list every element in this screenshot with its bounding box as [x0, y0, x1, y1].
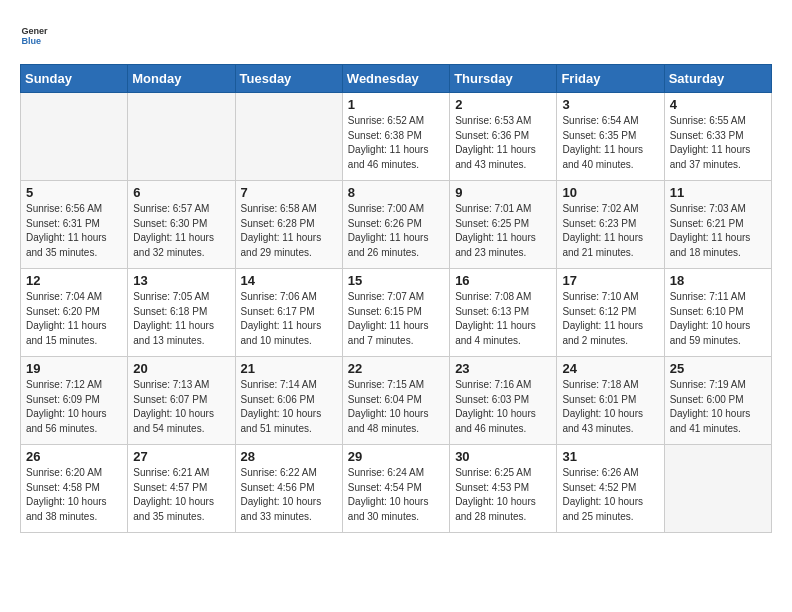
day-info: Sunrise: 6:57 AM Sunset: 6:30 PM Dayligh…	[133, 202, 229, 260]
day-number: 5	[26, 185, 122, 200]
day-info: Sunrise: 7:11 AM Sunset: 6:10 PM Dayligh…	[670, 290, 766, 348]
calendar-cell: 26Sunrise: 6:20 AM Sunset: 4:58 PM Dayli…	[21, 445, 128, 533]
weekday-header-friday: Friday	[557, 65, 664, 93]
calendar-cell: 11Sunrise: 7:03 AM Sunset: 6:21 PM Dayli…	[664, 181, 771, 269]
calendar-cell: 13Sunrise: 7:05 AM Sunset: 6:18 PM Dayli…	[128, 269, 235, 357]
day-number: 2	[455, 97, 551, 112]
calendar-cell: 16Sunrise: 7:08 AM Sunset: 6:13 PM Dayli…	[450, 269, 557, 357]
day-number: 14	[241, 273, 337, 288]
logo-icon: General Blue	[20, 20, 48, 48]
day-info: Sunrise: 7:05 AM Sunset: 6:18 PM Dayligh…	[133, 290, 229, 348]
calendar-cell: 7Sunrise: 6:58 AM Sunset: 6:28 PM Daylig…	[235, 181, 342, 269]
day-number: 16	[455, 273, 551, 288]
svg-text:Blue: Blue	[21, 36, 41, 46]
day-number: 29	[348, 449, 444, 464]
day-number: 3	[562, 97, 658, 112]
day-info: Sunrise: 7:08 AM Sunset: 6:13 PM Dayligh…	[455, 290, 551, 348]
day-info: Sunrise: 7:14 AM Sunset: 6:06 PM Dayligh…	[241, 378, 337, 436]
calendar-week-row: 26Sunrise: 6:20 AM Sunset: 4:58 PM Dayli…	[21, 445, 772, 533]
calendar-cell: 30Sunrise: 6:25 AM Sunset: 4:53 PM Dayli…	[450, 445, 557, 533]
day-info: Sunrise: 7:06 AM Sunset: 6:17 PM Dayligh…	[241, 290, 337, 348]
day-number: 4	[670, 97, 766, 112]
calendar-cell: 18Sunrise: 7:11 AM Sunset: 6:10 PM Dayli…	[664, 269, 771, 357]
day-number: 25	[670, 361, 766, 376]
calendar-week-row: 19Sunrise: 7:12 AM Sunset: 6:09 PM Dayli…	[21, 357, 772, 445]
calendar-cell	[21, 93, 128, 181]
calendar-cell: 9Sunrise: 7:01 AM Sunset: 6:25 PM Daylig…	[450, 181, 557, 269]
calendar-cell: 8Sunrise: 7:00 AM Sunset: 6:26 PM Daylig…	[342, 181, 449, 269]
day-number: 11	[670, 185, 766, 200]
day-info: Sunrise: 6:58 AM Sunset: 6:28 PM Dayligh…	[241, 202, 337, 260]
calendar-cell	[128, 93, 235, 181]
day-info: Sunrise: 6:54 AM Sunset: 6:35 PM Dayligh…	[562, 114, 658, 172]
day-info: Sunrise: 6:20 AM Sunset: 4:58 PM Dayligh…	[26, 466, 122, 524]
calendar-week-row: 1Sunrise: 6:52 AM Sunset: 6:38 PM Daylig…	[21, 93, 772, 181]
calendar-cell: 17Sunrise: 7:10 AM Sunset: 6:12 PM Dayli…	[557, 269, 664, 357]
calendar-cell	[235, 93, 342, 181]
calendar-table: SundayMondayTuesdayWednesdayThursdayFrid…	[20, 64, 772, 533]
calendar-week-row: 12Sunrise: 7:04 AM Sunset: 6:20 PM Dayli…	[21, 269, 772, 357]
calendar-cell: 12Sunrise: 7:04 AM Sunset: 6:20 PM Dayli…	[21, 269, 128, 357]
day-info: Sunrise: 6:22 AM Sunset: 4:56 PM Dayligh…	[241, 466, 337, 524]
day-info: Sunrise: 6:24 AM Sunset: 4:54 PM Dayligh…	[348, 466, 444, 524]
calendar-cell: 5Sunrise: 6:56 AM Sunset: 6:31 PM Daylig…	[21, 181, 128, 269]
day-info: Sunrise: 7:03 AM Sunset: 6:21 PM Dayligh…	[670, 202, 766, 260]
day-number: 12	[26, 273, 122, 288]
day-number: 24	[562, 361, 658, 376]
calendar-cell: 28Sunrise: 6:22 AM Sunset: 4:56 PM Dayli…	[235, 445, 342, 533]
day-number: 20	[133, 361, 229, 376]
calendar-cell: 4Sunrise: 6:55 AM Sunset: 6:33 PM Daylig…	[664, 93, 771, 181]
calendar-cell: 1Sunrise: 6:52 AM Sunset: 6:38 PM Daylig…	[342, 93, 449, 181]
day-info: Sunrise: 6:52 AM Sunset: 6:38 PM Dayligh…	[348, 114, 444, 172]
svg-text:General: General	[21, 26, 48, 36]
day-info: Sunrise: 6:21 AM Sunset: 4:57 PM Dayligh…	[133, 466, 229, 524]
day-info: Sunrise: 7:18 AM Sunset: 6:01 PM Dayligh…	[562, 378, 658, 436]
weekday-header-tuesday: Tuesday	[235, 65, 342, 93]
calendar-cell: 20Sunrise: 7:13 AM Sunset: 6:07 PM Dayli…	[128, 357, 235, 445]
weekday-header-saturday: Saturday	[664, 65, 771, 93]
day-info: Sunrise: 6:26 AM Sunset: 4:52 PM Dayligh…	[562, 466, 658, 524]
weekday-header-row: SundayMondayTuesdayWednesdayThursdayFrid…	[21, 65, 772, 93]
calendar-cell: 27Sunrise: 6:21 AM Sunset: 4:57 PM Dayli…	[128, 445, 235, 533]
day-number: 9	[455, 185, 551, 200]
weekday-header-sunday: Sunday	[21, 65, 128, 93]
day-number: 21	[241, 361, 337, 376]
calendar-cell	[664, 445, 771, 533]
day-info: Sunrise: 7:19 AM Sunset: 6:00 PM Dayligh…	[670, 378, 766, 436]
day-number: 19	[26, 361, 122, 376]
calendar-cell: 3Sunrise: 6:54 AM Sunset: 6:35 PM Daylig…	[557, 93, 664, 181]
day-info: Sunrise: 7:10 AM Sunset: 6:12 PM Dayligh…	[562, 290, 658, 348]
calendar-cell: 15Sunrise: 7:07 AM Sunset: 6:15 PM Dayli…	[342, 269, 449, 357]
day-number: 31	[562, 449, 658, 464]
day-number: 6	[133, 185, 229, 200]
calendar-cell: 19Sunrise: 7:12 AM Sunset: 6:09 PM Dayli…	[21, 357, 128, 445]
day-number: 28	[241, 449, 337, 464]
calendar-cell: 23Sunrise: 7:16 AM Sunset: 6:03 PM Dayli…	[450, 357, 557, 445]
day-info: Sunrise: 7:00 AM Sunset: 6:26 PM Dayligh…	[348, 202, 444, 260]
calendar-cell: 21Sunrise: 7:14 AM Sunset: 6:06 PM Dayli…	[235, 357, 342, 445]
calendar-cell: 14Sunrise: 7:06 AM Sunset: 6:17 PM Dayli…	[235, 269, 342, 357]
day-info: Sunrise: 6:25 AM Sunset: 4:53 PM Dayligh…	[455, 466, 551, 524]
day-number: 13	[133, 273, 229, 288]
day-number: 10	[562, 185, 658, 200]
day-number: 15	[348, 273, 444, 288]
calendar-cell: 24Sunrise: 7:18 AM Sunset: 6:01 PM Dayli…	[557, 357, 664, 445]
day-info: Sunrise: 7:01 AM Sunset: 6:25 PM Dayligh…	[455, 202, 551, 260]
day-number: 8	[348, 185, 444, 200]
day-info: Sunrise: 6:56 AM Sunset: 6:31 PM Dayligh…	[26, 202, 122, 260]
day-number: 23	[455, 361, 551, 376]
weekday-header-wednesday: Wednesday	[342, 65, 449, 93]
day-info: Sunrise: 6:55 AM Sunset: 6:33 PM Dayligh…	[670, 114, 766, 172]
calendar-cell: 22Sunrise: 7:15 AM Sunset: 6:04 PM Dayli…	[342, 357, 449, 445]
day-info: Sunrise: 7:12 AM Sunset: 6:09 PM Dayligh…	[26, 378, 122, 436]
calendar-cell: 25Sunrise: 7:19 AM Sunset: 6:00 PM Dayli…	[664, 357, 771, 445]
calendar-cell: 31Sunrise: 6:26 AM Sunset: 4:52 PM Dayli…	[557, 445, 664, 533]
day-info: Sunrise: 7:15 AM Sunset: 6:04 PM Dayligh…	[348, 378, 444, 436]
page-header: General Blue	[20, 20, 772, 48]
day-number: 22	[348, 361, 444, 376]
day-number: 27	[133, 449, 229, 464]
day-info: Sunrise: 7:16 AM Sunset: 6:03 PM Dayligh…	[455, 378, 551, 436]
day-info: Sunrise: 6:53 AM Sunset: 6:36 PM Dayligh…	[455, 114, 551, 172]
day-number: 7	[241, 185, 337, 200]
calendar-cell: 29Sunrise: 6:24 AM Sunset: 4:54 PM Dayli…	[342, 445, 449, 533]
